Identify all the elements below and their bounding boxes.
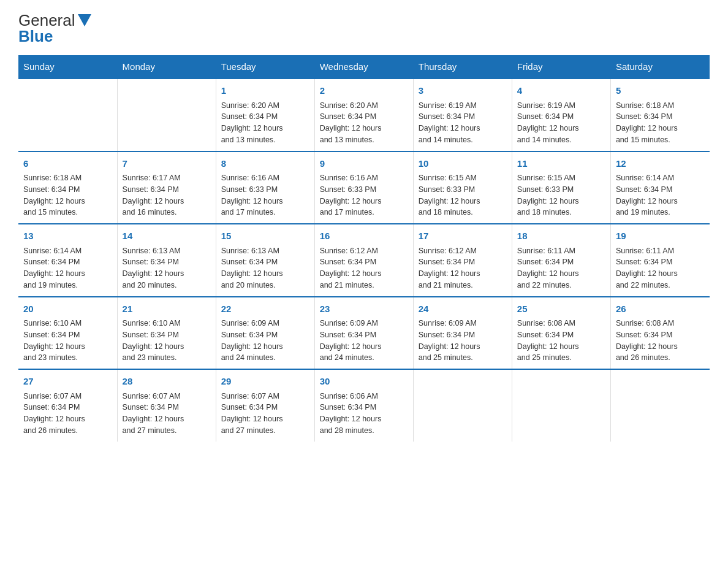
day-info: Sunrise: 6:14 AM Sunset: 6:34 PM Dayligh… xyxy=(23,245,112,291)
calendar-cell xyxy=(413,369,512,442)
calendar-cell: 19Sunrise: 6:11 AM Sunset: 6:34 PM Dayli… xyxy=(610,224,709,297)
calendar-cell: 8Sunrise: 6:16 AM Sunset: 6:33 PM Daylig… xyxy=(216,151,314,224)
day-number: 19 xyxy=(616,229,705,243)
day-number: 3 xyxy=(419,84,507,98)
calendar-cell: 17Sunrise: 6:12 AM Sunset: 6:34 PM Dayli… xyxy=(413,224,512,297)
day-info: Sunrise: 6:09 AM Sunset: 6:34 PM Dayligh… xyxy=(221,318,309,364)
day-info: Sunrise: 6:12 AM Sunset: 6:34 PM Dayligh… xyxy=(419,245,507,291)
calendar-table: SundayMondayTuesdayWednesdayThursdayFrid… xyxy=(18,55,710,442)
calendar-cell: 5Sunrise: 6:18 AM Sunset: 6:34 PM Daylig… xyxy=(610,79,709,151)
day-number: 5 xyxy=(616,84,705,98)
day-info: Sunrise: 6:07 AM Sunset: 6:34 PM Dayligh… xyxy=(23,391,112,437)
day-info: Sunrise: 6:17 AM Sunset: 6:34 PM Dayligh… xyxy=(123,172,211,218)
calendar-cell: 2Sunrise: 6:20 AM Sunset: 6:34 PM Daylig… xyxy=(314,79,413,151)
day-number: 10 xyxy=(419,157,507,171)
day-info: Sunrise: 6:18 AM Sunset: 6:34 PM Dayligh… xyxy=(23,172,112,218)
day-info: Sunrise: 6:10 AM Sunset: 6:34 PM Dayligh… xyxy=(123,318,211,364)
day-number: 11 xyxy=(517,157,605,171)
calendar-cell: 12Sunrise: 6:14 AM Sunset: 6:34 PM Dayli… xyxy=(610,151,709,224)
weekday-header-row: SundayMondayTuesdayWednesdayThursdayFrid… xyxy=(18,55,710,79)
calendar-cell xyxy=(117,79,216,151)
calendar-week-row: 13Sunrise: 6:14 AM Sunset: 6:34 PM Dayli… xyxy=(18,224,710,297)
day-info: Sunrise: 6:09 AM Sunset: 6:34 PM Dayligh… xyxy=(320,318,408,364)
day-info: Sunrise: 6:13 AM Sunset: 6:34 PM Dayligh… xyxy=(221,245,309,291)
calendar-week-row: 27Sunrise: 6:07 AM Sunset: 6:34 PM Dayli… xyxy=(18,369,710,442)
svg-marker-0 xyxy=(78,14,91,26)
calendar-cell xyxy=(18,79,117,151)
day-number: 21 xyxy=(123,302,211,316)
day-info: Sunrise: 6:06 AM Sunset: 6:34 PM Dayligh… xyxy=(320,391,408,437)
calendar-cell: 25Sunrise: 6:08 AM Sunset: 6:34 PM Dayli… xyxy=(512,297,610,370)
calendar-cell: 28Sunrise: 6:07 AM Sunset: 6:34 PM Dayli… xyxy=(117,369,216,442)
day-number: 27 xyxy=(23,375,112,389)
calendar-week-row: 20Sunrise: 6:10 AM Sunset: 6:34 PM Dayli… xyxy=(18,297,710,370)
calendar-cell: 4Sunrise: 6:19 AM Sunset: 6:34 PM Daylig… xyxy=(512,79,610,151)
day-info: Sunrise: 6:13 AM Sunset: 6:34 PM Dayligh… xyxy=(123,245,211,291)
day-number: 8 xyxy=(221,157,309,171)
page-header: General Blue xyxy=(18,12,710,44)
day-info: Sunrise: 6:08 AM Sunset: 6:34 PM Dayligh… xyxy=(616,318,705,364)
day-number: 1 xyxy=(221,84,309,98)
day-number: 22 xyxy=(221,302,309,316)
day-number: 12 xyxy=(616,157,705,171)
day-number: 23 xyxy=(320,302,408,316)
calendar-cell: 26Sunrise: 6:08 AM Sunset: 6:34 PM Dayli… xyxy=(610,297,709,370)
day-info: Sunrise: 6:12 AM Sunset: 6:34 PM Dayligh… xyxy=(320,245,408,291)
day-info: Sunrise: 6:18 AM Sunset: 6:34 PM Dayligh… xyxy=(616,100,705,146)
day-number: 25 xyxy=(517,302,605,316)
calendar-cell: 10Sunrise: 6:15 AM Sunset: 6:33 PM Dayli… xyxy=(413,151,512,224)
calendar-cell: 21Sunrise: 6:10 AM Sunset: 6:34 PM Dayli… xyxy=(117,297,216,370)
calendar-cell: 7Sunrise: 6:17 AM Sunset: 6:34 PM Daylig… xyxy=(117,151,216,224)
day-info: Sunrise: 6:10 AM Sunset: 6:34 PM Dayligh… xyxy=(23,318,112,364)
day-info: Sunrise: 6:15 AM Sunset: 6:33 PM Dayligh… xyxy=(419,172,507,218)
logo-arrow-icon xyxy=(78,14,91,26)
day-number: 29 xyxy=(221,375,309,389)
logo: General Blue xyxy=(18,12,91,44)
day-number: 26 xyxy=(616,302,705,316)
calendar-cell: 23Sunrise: 6:09 AM Sunset: 6:34 PM Dayli… xyxy=(314,297,413,370)
weekday-header-monday: Monday xyxy=(117,55,216,79)
day-number: 24 xyxy=(419,302,507,316)
day-info: Sunrise: 6:14 AM Sunset: 6:34 PM Dayligh… xyxy=(616,172,705,218)
day-number: 7 xyxy=(123,157,211,171)
day-number: 16 xyxy=(320,229,408,243)
calendar-cell: 16Sunrise: 6:12 AM Sunset: 6:34 PM Dayli… xyxy=(314,224,413,297)
day-info: Sunrise: 6:20 AM Sunset: 6:34 PM Dayligh… xyxy=(320,100,408,146)
weekday-header-tuesday: Tuesday xyxy=(216,55,314,79)
day-info: Sunrise: 6:07 AM Sunset: 6:34 PM Dayligh… xyxy=(221,391,309,437)
day-info: Sunrise: 6:19 AM Sunset: 6:34 PM Dayligh… xyxy=(419,100,507,146)
day-info: Sunrise: 6:07 AM Sunset: 6:34 PM Dayligh… xyxy=(123,391,211,437)
day-info: Sunrise: 6:09 AM Sunset: 6:34 PM Dayligh… xyxy=(419,318,507,364)
calendar-cell: 27Sunrise: 6:07 AM Sunset: 6:34 PM Dayli… xyxy=(18,369,117,442)
calendar-cell: 22Sunrise: 6:09 AM Sunset: 6:34 PM Dayli… xyxy=(216,297,314,370)
calendar-week-row: 1Sunrise: 6:20 AM Sunset: 6:34 PM Daylig… xyxy=(18,79,710,151)
day-number: 14 xyxy=(123,229,211,243)
weekday-header-sunday: Sunday xyxy=(18,55,117,79)
calendar-cell: 15Sunrise: 6:13 AM Sunset: 6:34 PM Dayli… xyxy=(216,224,314,297)
weekday-header-thursday: Thursday xyxy=(413,55,512,79)
day-info: Sunrise: 6:16 AM Sunset: 6:33 PM Dayligh… xyxy=(320,172,408,218)
day-number: 2 xyxy=(320,84,408,98)
weekday-header-saturday: Saturday xyxy=(610,55,709,79)
calendar-cell: 6Sunrise: 6:18 AM Sunset: 6:34 PM Daylig… xyxy=(18,151,117,224)
day-number: 18 xyxy=(517,229,605,243)
calendar-cell: 3Sunrise: 6:19 AM Sunset: 6:34 PM Daylig… xyxy=(413,79,512,151)
logo-text-general: General xyxy=(18,12,75,28)
calendar-cell: 30Sunrise: 6:06 AM Sunset: 6:34 PM Dayli… xyxy=(314,369,413,442)
calendar-cell: 20Sunrise: 6:10 AM Sunset: 6:34 PM Dayli… xyxy=(18,297,117,370)
day-number: 17 xyxy=(419,229,507,243)
calendar-cell xyxy=(512,369,610,442)
day-number: 28 xyxy=(123,375,211,389)
day-info: Sunrise: 6:16 AM Sunset: 6:33 PM Dayligh… xyxy=(221,172,309,218)
weekday-header-wednesday: Wednesday xyxy=(314,55,413,79)
day-number: 13 xyxy=(23,229,112,243)
day-number: 4 xyxy=(517,84,605,98)
calendar-cell: 9Sunrise: 6:16 AM Sunset: 6:33 PM Daylig… xyxy=(314,151,413,224)
day-info: Sunrise: 6:20 AM Sunset: 6:34 PM Dayligh… xyxy=(221,100,309,146)
calendar-cell: 24Sunrise: 6:09 AM Sunset: 6:34 PM Dayli… xyxy=(413,297,512,370)
calendar-cell xyxy=(610,369,709,442)
logo-text-blue: Blue xyxy=(18,27,53,45)
day-info: Sunrise: 6:08 AM Sunset: 6:34 PM Dayligh… xyxy=(517,318,605,364)
calendar-cell: 29Sunrise: 6:07 AM Sunset: 6:34 PM Dayli… xyxy=(216,369,314,442)
calendar-cell: 13Sunrise: 6:14 AM Sunset: 6:34 PM Dayli… xyxy=(18,224,117,297)
